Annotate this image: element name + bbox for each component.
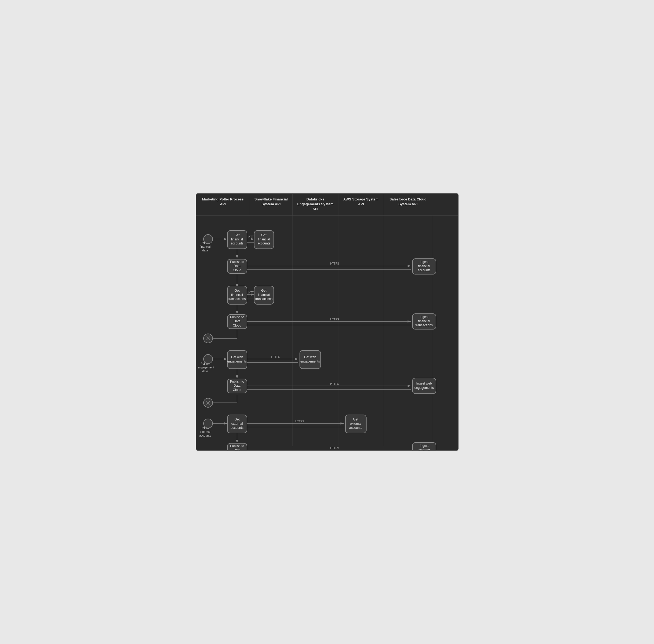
header-col-1: Marketing Poller Process API	[196, 194, 250, 215]
https-label-2: HTTPS	[330, 262, 339, 265]
aws-get-external-accounts[interactable]: Get external accounts	[345, 415, 367, 433]
lane-4	[338, 215, 384, 446]
terminate-2	[203, 398, 213, 408]
lane-5	[384, 215, 432, 446]
https-label-4: HTTPS	[330, 318, 339, 321]
sf-get-financial-transactions[interactable]: Get financial transactions	[254, 286, 274, 304]
publish-data-cloud-2[interactable]: Publish to Data Cloud	[227, 314, 247, 329]
https-label-8: HTTPS	[330, 447, 339, 450]
start-circle-3	[203, 419, 213, 428]
header-row: Marketing Poller Process API Snowflake F…	[196, 194, 458, 215]
ingest-web-engagements[interactable]: Ingest web engagements	[412, 378, 436, 394]
header-col-4: AWS Storage System API	[338, 194, 384, 215]
lane-2	[250, 215, 293, 446]
https-label-6: HTTPS	[330, 382, 339, 385]
ingest-financial-accounts[interactable]: Ingest financial accounts	[412, 258, 436, 275]
publish-data-cloud-1[interactable]: Publish to Data Cloud	[227, 259, 247, 274]
get-external-accounts[interactable]: Get external accounts	[227, 415, 247, 433]
header-col-5: Salesforce Data Cloud System API	[384, 194, 432, 215]
publish-data-cloud-4[interactable]: Publish to Data Cloud	[227, 443, 247, 451]
ingest-financial-transactions[interactable]: Ingest financial transactions	[412, 314, 436, 329]
db-get-web-engagements[interactable]: Get web engagements	[299, 350, 321, 369]
header-col-2: Snowflake Financial System API	[250, 194, 293, 215]
lane-3	[293, 215, 338, 446]
diagram-container: Marketing Poller Process API Snowflake F…	[196, 193, 459, 451]
ingest-external-accounts[interactable]: Ingest external accounts	[412, 442, 436, 451]
terminate-1	[203, 334, 213, 343]
get-web-engagements[interactable]: Get web engagements	[227, 350, 247, 369]
https-label-5: HTTPS	[271, 355, 280, 359]
get-financial-accounts[interactable]: Get financial accounts	[227, 230, 247, 249]
publish-data-cloud-3[interactable]: Publish to Data Cloud	[227, 378, 247, 393]
start-circle-2	[203, 354, 213, 364]
header-col-3: Databricks Engagements System API	[293, 194, 338, 215]
sf-get-financial-accounts[interactable]: Get financial accounts	[254, 230, 274, 249]
get-financial-transactions[interactable]: Get financial transactions	[227, 286, 247, 304]
diagram-body: Poll for financial data Get financial ac…	[196, 215, 458, 446]
https-label-7: HTTPS	[295, 420, 304, 423]
start-circle-1	[203, 234, 213, 244]
